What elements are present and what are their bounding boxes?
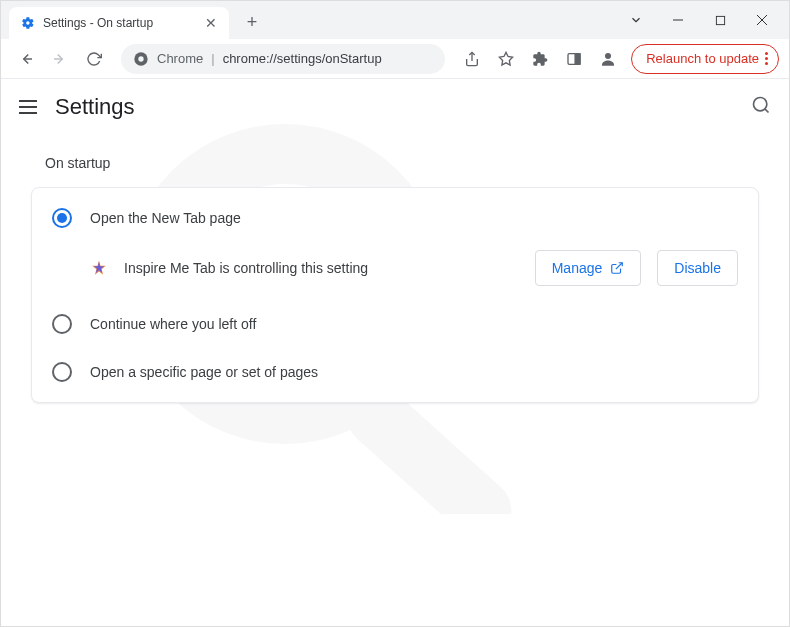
update-label: Relaunch to update (646, 51, 759, 66)
svg-line-15 (765, 109, 769, 113)
browser-toolbar: Chrome | chrome://settings/onStartup Rel… (1, 39, 789, 79)
window-controls (609, 1, 789, 39)
share-icon[interactable] (457, 44, 487, 74)
extension-message: Inspire Me Tab is controlling this setti… (124, 260, 519, 276)
section-title: On startup (45, 155, 759, 171)
chevron-down-icon[interactable] (629, 13, 643, 27)
svg-rect-1 (716, 16, 724, 24)
radio-selected-icon (52, 208, 72, 228)
radio-label: Open the New Tab page (90, 210, 241, 226)
reload-button[interactable] (79, 44, 109, 74)
menu-dots-icon (765, 52, 768, 65)
relaunch-update-button[interactable]: Relaunch to update (631, 44, 779, 74)
manage-button[interactable]: Manage (535, 250, 642, 286)
settings-header: Settings (1, 79, 789, 135)
minimize-icon[interactable] (671, 13, 685, 27)
svg-marker-9 (500, 52, 513, 65)
page-title: Settings (55, 94, 135, 120)
svg-point-7 (138, 56, 143, 61)
svg-line-20 (616, 263, 622, 269)
back-button[interactable] (11, 44, 41, 74)
address-path: chrome://settings/onStartup (223, 51, 382, 66)
settings-card: Open the New Tab page Inspire Me Tab is … (31, 187, 759, 403)
radio-label: Continue where you left off (90, 316, 256, 332)
maximize-icon[interactable] (713, 13, 727, 27)
external-link-icon (610, 261, 624, 275)
search-icon[interactable] (751, 95, 771, 119)
chrome-icon (133, 51, 149, 67)
new-tab-button[interactable]: + (239, 9, 265, 35)
radio-option-continue[interactable]: Continue where you left off (32, 300, 758, 348)
browser-tab[interactable]: Settings - On startup ✕ (9, 7, 229, 39)
bookmark-icon[interactable] (491, 44, 521, 74)
extension-app-icon (90, 259, 108, 277)
radio-unselected-icon (52, 362, 72, 382)
settings-content: On startup Open the New Tab page Inspire… (1, 135, 789, 423)
window-titlebar: Settings - On startup ✕ + (1, 1, 789, 39)
tab-title: Settings - On startup (43, 16, 153, 30)
address-protocol: Chrome (157, 51, 203, 66)
svg-rect-12 (576, 53, 581, 64)
svg-point-14 (754, 98, 767, 111)
disable-button[interactable]: Disable (657, 250, 738, 286)
tab-close-icon[interactable]: ✕ (205, 15, 217, 31)
side-panel-icon[interactable] (559, 44, 589, 74)
close-icon[interactable] (755, 13, 769, 27)
radio-unselected-icon (52, 314, 72, 334)
extension-notice: Inspire Me Tab is controlling this setti… (32, 242, 758, 300)
profile-icon[interactable] (593, 44, 623, 74)
menu-icon[interactable] (19, 100, 37, 114)
radio-option-specific-pages[interactable]: Open a specific page or set of pages (32, 348, 758, 396)
extensions-icon[interactable] (525, 44, 555, 74)
radio-label: Open a specific page or set of pages (90, 364, 318, 380)
svg-point-13 (605, 53, 611, 59)
radio-option-new-tab[interactable]: Open the New Tab page (32, 194, 758, 242)
gear-icon (21, 16, 35, 30)
address-bar[interactable]: Chrome | chrome://settings/onStartup (121, 44, 445, 74)
forward-button[interactable] (45, 44, 75, 74)
